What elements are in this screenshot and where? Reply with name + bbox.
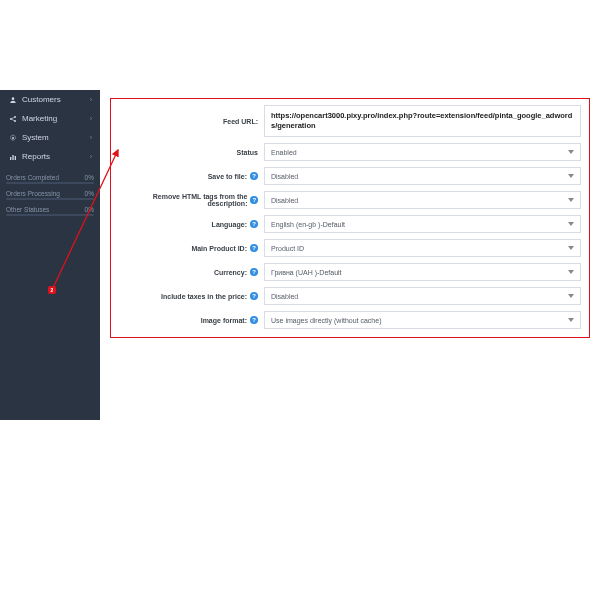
svg-rect-7	[14, 156, 15, 160]
main-product-id-select[interactable]: Product ID	[264, 239, 581, 257]
field-label: Currency:?	[119, 268, 264, 276]
stat-row: Other Statuses 0%	[6, 204, 94, 214]
status-select[interactable]: Enabled	[264, 143, 581, 161]
sidebar-item-label: System	[22, 133, 49, 142]
sidebar-item-label: Customers	[22, 95, 61, 104]
include-taxes-select[interactable]: Disabled	[264, 287, 581, 305]
stat-value: 0%	[85, 206, 94, 213]
field-label: Image format:?	[119, 316, 264, 324]
sidebar-item-label: Reports	[22, 152, 50, 161]
field-label: Include taxes in the price:?	[119, 292, 264, 300]
sidebar: Customers › Marketing › System ›	[0, 90, 100, 420]
field-label: Status	[119, 149, 264, 156]
chevron-right-icon: ›	[90, 153, 92, 160]
sidebar-item-marketing[interactable]: Marketing ›	[0, 109, 100, 128]
stat-row: Orders Processing 0%	[6, 188, 94, 198]
stat-value: 0%	[85, 174, 94, 181]
field-label-feed-url: Feed URL:	[119, 118, 264, 125]
help-icon[interactable]: ?	[250, 196, 258, 204]
help-icon[interactable]: ?	[250, 316, 258, 324]
sidebar-item-system[interactable]: System ›	[0, 128, 100, 147]
svg-rect-5	[10, 157, 11, 160]
help-icon[interactable]: ?	[250, 244, 258, 252]
sidebar-item-reports[interactable]: Reports ›	[0, 147, 100, 166]
stat-label: Orders Completed	[6, 174, 59, 181]
gear-icon	[8, 133, 17, 142]
currency-select[interactable]: Гривна (UAH )-Default	[264, 263, 581, 281]
stat-row: Orders Completed 0%	[6, 172, 94, 182]
image-format-select[interactable]: Use images directly (without cache)	[264, 311, 581, 329]
chart-icon	[8, 152, 17, 161]
chevron-right-icon: ›	[90, 96, 92, 103]
feed-url-box[interactable]: https://opencart3000.pixy.pro/index.php?…	[264, 105, 581, 137]
sidebar-stats: Orders Completed 0% Orders Processing 0%…	[0, 172, 100, 220]
stat-label: Other Statuses	[6, 206, 49, 213]
settings-form: Feed URL: https://opencart3000.pixy.pro/…	[110, 98, 590, 338]
field-label: Main Product ID:?	[119, 244, 264, 252]
sidebar-item-label: Marketing	[22, 114, 57, 123]
help-icon[interactable]: ?	[250, 268, 258, 276]
help-icon[interactable]: ?	[250, 220, 258, 228]
stat-value: 0%	[85, 190, 94, 197]
field-label: Save to file:?	[119, 172, 264, 180]
chevron-right-icon: ›	[90, 115, 92, 122]
annotation-marker: 2	[48, 286, 56, 294]
help-icon[interactable]: ?	[250, 292, 258, 300]
save-file-select[interactable]: Disabled	[264, 167, 581, 185]
chevron-right-icon: ›	[90, 134, 92, 141]
share-icon	[8, 114, 17, 123]
remove-html-select[interactable]: Disabled	[264, 191, 581, 209]
field-label: Remove HTML tags from the description:?	[119, 193, 264, 207]
svg-rect-6	[12, 155, 13, 160]
language-select[interactable]: English (en-gb )-Default	[264, 215, 581, 233]
user-icon	[8, 95, 17, 104]
svg-point-4	[12, 137, 14, 139]
main-panel: Feed URL: https://opencart3000.pixy.pro/…	[100, 90, 600, 420]
sidebar-item-customers[interactable]: Customers ›	[0, 90, 100, 109]
help-icon[interactable]: ?	[250, 172, 258, 180]
svg-point-0	[11, 97, 14, 100]
stat-label: Orders Processing	[6, 190, 60, 197]
field-label: Language:?	[119, 220, 264, 228]
